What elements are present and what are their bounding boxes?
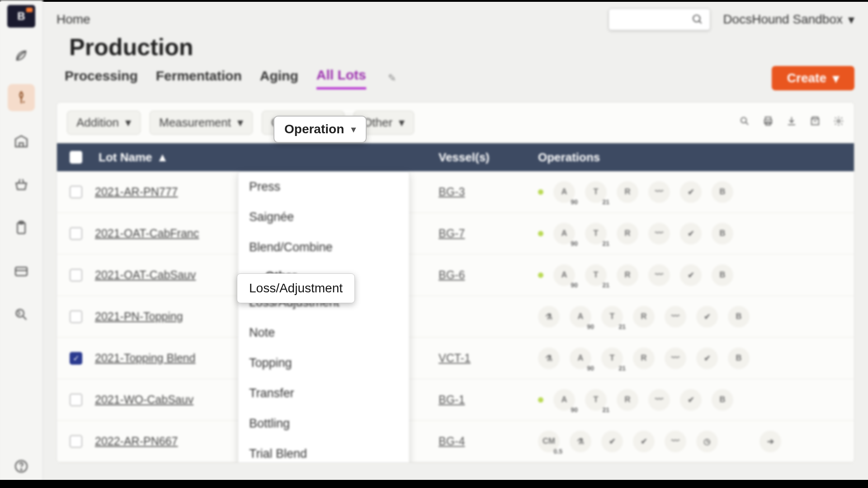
vessel-link[interactable]: BG-4 xyxy=(439,435,465,447)
operation-badge[interactable]: R xyxy=(633,306,655,328)
operation-badge[interactable]: A90 xyxy=(553,264,575,286)
table-search-icon[interactable] xyxy=(739,116,750,130)
sidebar-basket-icon[interactable] xyxy=(8,171,35,198)
dropdown-item[interactable]: Transfer xyxy=(238,378,409,408)
operation-badge[interactable]: 〰 xyxy=(648,264,670,286)
operation-badge[interactable]: T21 xyxy=(601,347,623,369)
filter-addition[interactable]: Addition▾ xyxy=(67,111,141,135)
operation-badge[interactable]: 〰 xyxy=(648,223,670,244)
operation-badge[interactable]: A90 xyxy=(553,223,575,244)
operation-badge[interactable]: A90 xyxy=(553,389,575,411)
operation-badge[interactable]: T21 xyxy=(585,264,607,286)
operation-badge[interactable]: ✔ xyxy=(696,306,718,328)
row-checkbox[interactable] xyxy=(70,227,82,240)
edit-tabs-icon[interactable]: ✎ xyxy=(388,72,396,84)
operation-badge[interactable]: ✔ xyxy=(633,431,655,452)
operation-badge[interactable]: R xyxy=(633,347,655,369)
sidebar-warehouse-icon[interactable] xyxy=(8,127,35,155)
dropdown-item[interactable]: Bottling xyxy=(238,408,409,439)
operation-badge[interactable]: ✔ xyxy=(601,431,623,452)
dropdown-item[interactable]: Topping xyxy=(238,348,409,378)
operation-badge[interactable]: 〰 xyxy=(648,181,670,203)
dropdown-item[interactable]: Saignée xyxy=(238,202,409,232)
operation-badge[interactable]: 〰 xyxy=(648,389,670,411)
vessel-link[interactable]: VCT-1 xyxy=(439,352,471,364)
vessel-link[interactable]: BG-6 xyxy=(439,268,465,281)
operation-badge[interactable]: ✔ xyxy=(680,223,702,244)
column-lot-name[interactable]: Lot Name ▲ xyxy=(95,150,439,164)
global-search-input[interactable] xyxy=(609,9,710,30)
lot-link[interactable]: 2021-AR-PN777 xyxy=(95,185,178,198)
app-logo[interactable]: B xyxy=(0,0,43,33)
operation-badge[interactable]: R xyxy=(617,223,638,244)
breadcrumb[interactable]: Home xyxy=(57,12,90,27)
sidebar-clipboard-icon[interactable] xyxy=(8,214,35,241)
operation-badge[interactable]: B xyxy=(712,181,733,203)
archive-icon[interactable] xyxy=(810,116,821,130)
tab-fermentation[interactable]: Fermentation xyxy=(156,68,242,88)
row-checkbox[interactable] xyxy=(70,310,82,323)
tab-all-lots[interactable]: All Lots xyxy=(316,67,366,89)
operation-badge[interactable]: T21 xyxy=(585,223,607,244)
row-checkbox[interactable] xyxy=(70,394,82,406)
operation-badge[interactable]: ✔ xyxy=(680,389,702,411)
operation-badge[interactable]: T21 xyxy=(585,181,607,203)
operation-badge[interactable]: 〰 xyxy=(665,306,686,328)
operation-badge[interactable]: R xyxy=(617,264,638,286)
operation-badge[interactable]: ✔ xyxy=(680,264,702,286)
operation-badge[interactable]: A90 xyxy=(553,181,575,203)
download-icon[interactable] xyxy=(786,116,797,130)
row-checkbox[interactable] xyxy=(70,269,82,282)
lot-link[interactable]: 2021-WO-CabSauv xyxy=(95,393,193,406)
filter-measurement[interactable]: Measurement▾ xyxy=(150,111,253,135)
operation-badge[interactable]: R xyxy=(617,181,638,203)
operation-badge[interactable]: T21 xyxy=(601,306,623,328)
operation-badge[interactable]: 〰 xyxy=(665,347,686,369)
vessel-link[interactable]: BG-1 xyxy=(439,393,465,406)
operation-badge[interactable]: B xyxy=(728,306,750,328)
operation-badge[interactable]: B xyxy=(712,264,733,286)
operation-badge[interactable]: ⚗ xyxy=(538,347,560,369)
operation-badge[interactable]: CM0.5 xyxy=(538,431,560,452)
settings-icon[interactable] xyxy=(833,116,844,130)
lot-link[interactable]: 2021-PN-Topping xyxy=(95,310,183,323)
select-all-checkbox[interactable] xyxy=(70,151,82,164)
lot-link[interactable]: 2022-AR-PN667 xyxy=(95,435,178,447)
operation-badge[interactable]: ⚗ xyxy=(570,431,591,452)
operation-badge[interactable]: A90 xyxy=(570,347,591,369)
sidebar-help-icon[interactable] xyxy=(8,453,35,480)
dropdown-item[interactable]: Blend/Combine xyxy=(238,232,409,263)
org-switcher[interactable]: DocsHound Sandbox ▾ xyxy=(723,12,854,27)
vessel-link[interactable]: BG-7 xyxy=(439,227,465,239)
lot-link[interactable]: 2021-OAT-CabSauv xyxy=(95,268,196,281)
filter-operation-highlight[interactable]: Operation ▾ xyxy=(274,116,367,143)
sidebar-leaf-icon[interactable] xyxy=(8,41,35,68)
column-vessels[interactable]: Vessel(s) xyxy=(439,150,538,164)
dropdown-item[interactable]: Press xyxy=(238,172,409,202)
tab-aging[interactable]: Aging xyxy=(260,68,298,88)
operation-badge[interactable]: T21 xyxy=(585,389,607,411)
create-button[interactable]: Create ▾ xyxy=(772,66,854,90)
row-checkbox[interactable] xyxy=(70,435,82,448)
operation-badge[interactable]: R xyxy=(617,389,638,411)
lot-link[interactable]: 2021-OAT-CabFranc xyxy=(95,227,199,239)
operation-badge[interactable]: 〰 xyxy=(665,431,686,452)
operation-badge[interactable]: ⚗ xyxy=(538,306,560,328)
tab-processing[interactable]: Processing xyxy=(65,68,138,88)
sidebar-zoom-icon[interactable]: $ xyxy=(8,301,35,328)
operation-badge[interactable]: B xyxy=(712,389,733,411)
dropdown-item[interactable]: Note xyxy=(238,318,409,348)
dropdown-item[interactable]: Trial Blend xyxy=(238,439,409,463)
operation-badge[interactable]: A90 xyxy=(570,306,591,328)
sidebar-production-icon[interactable] xyxy=(8,84,35,111)
row-checkbox[interactable] xyxy=(70,186,82,198)
print-icon[interactable] xyxy=(763,116,774,130)
column-operations[interactable]: Operations xyxy=(538,150,854,164)
operation-badge[interactable]: ✔ xyxy=(696,347,718,369)
row-checkbox[interactable]: ✓ xyxy=(70,352,82,365)
operation-badge[interactable]: ➔ xyxy=(760,431,781,452)
lot-link[interactable]: 2021-Topping Blend xyxy=(95,352,195,364)
operation-badge[interactable]: ◷ xyxy=(696,431,718,452)
operation-badge[interactable]: ✔ xyxy=(680,181,702,203)
operation-badge[interactable]: B xyxy=(728,347,750,369)
